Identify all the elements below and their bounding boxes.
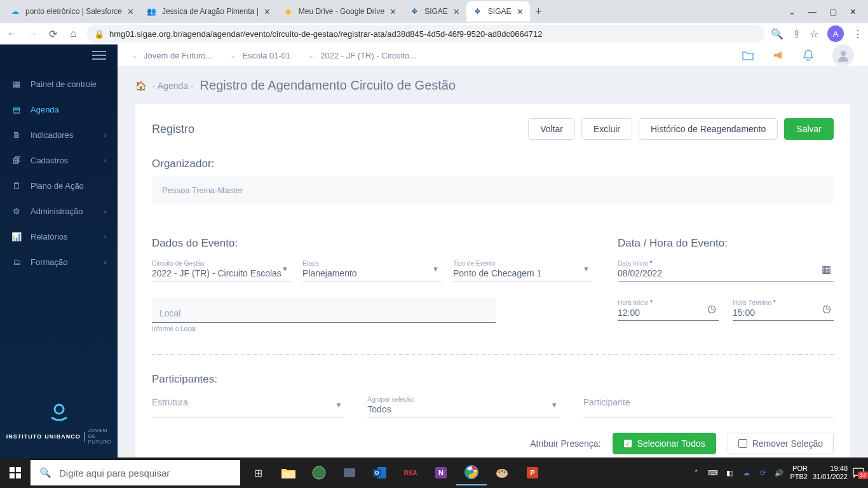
chevron-down-icon[interactable]: ⌄ bbox=[789, 7, 796, 17]
remover-selecao-button[interactable]: Remover Seleção bbox=[728, 433, 834, 454]
keyboard-icon[interactable]: ⌨ bbox=[707, 469, 719, 477]
historico-button[interactable]: Histórico de Reagendamento bbox=[639, 118, 778, 140]
home-icon[interactable]: 🏠 bbox=[135, 81, 146, 91]
tab-title: Jessica de Aragão Pimenta | bbox=[162, 7, 259, 16]
hora-termino-input[interactable]: Hora Término * 15:00 ◷ bbox=[733, 295, 834, 321]
new-tab-button[interactable]: + bbox=[530, 3, 548, 20]
rsa-icon[interactable]: RSA bbox=[395, 460, 426, 485]
svg-point-0 bbox=[55, 405, 64, 414]
tab-0[interactable]: ☁ ponto eletrônico | Salesforce ✕ bbox=[4, 1, 140, 22]
file-explorer-icon[interactable] bbox=[273, 460, 304, 485]
hora-inicio-input[interactable]: Hora Início * 12:00 ◷ bbox=[618, 295, 719, 321]
field-placeholder: Participante bbox=[583, 396, 834, 407]
etapa-select[interactable]: Etapa Planejamento ▼ bbox=[302, 256, 442, 281]
context-select-3[interactable]: ⌄2022 - JF (TR) - Circuito... bbox=[308, 51, 416, 60]
estrutura-select[interactable]: Estrutura ▼ bbox=[152, 392, 344, 417]
svg-point-21 bbox=[504, 471, 506, 473]
sync-icon[interactable]: ⟳ bbox=[757, 469, 768, 477]
card-title: Registro bbox=[152, 123, 194, 136]
context-select-1[interactable]: ⌄Jovem de Futuro... bbox=[132, 51, 212, 60]
star-icon[interactable]: ☆ bbox=[810, 28, 818, 40]
sidebar-item-indicadores[interactable]: 🗎Indicadores› bbox=[0, 122, 118, 147]
back-button[interactable]: ← bbox=[5, 27, 19, 41]
data-inicio-input[interactable]: Data Início * 08/02/2022 ▦ bbox=[618, 256, 834, 281]
close-icon[interactable]: ✕ bbox=[453, 7, 460, 17]
reload-button[interactable]: ⟳ bbox=[46, 27, 60, 41]
sidebar-item-plano[interactable]: 🗒Plano de Ação bbox=[0, 173, 118, 198]
tab-title: Meu Drive - Google Drive bbox=[299, 7, 384, 16]
selecionar-todos-button[interactable]: ✓ Selecionar Todos bbox=[613, 433, 716, 454]
onedrive-icon[interactable]: ☁ bbox=[740, 469, 752, 477]
context-select-2[interactable]: ⌄Escola 01-01 bbox=[230, 51, 290, 60]
menu-icon[interactable]: ⋮ bbox=[853, 28, 863, 40]
sidebar-item-painel[interactable]: ▦Painel de controle bbox=[0, 71, 118, 97]
taskbar-search[interactable]: 🔍 Digite aqui para pesquisar bbox=[31, 460, 240, 485]
dashboard-icon: ▦ bbox=[11, 79, 22, 89]
tray-up-icon[interactable]: ˄ bbox=[691, 469, 702, 477]
zoom-icon[interactable]: 🔍 bbox=[771, 28, 783, 40]
close-icon[interactable]: ✕ bbox=[517, 7, 524, 17]
field-value: Ponto de Checagem 1 bbox=[453, 267, 592, 278]
sidebar-item-relatorios[interactable]: 📊Relatórios› bbox=[0, 224, 118, 249]
share-icon[interactable]: ⇪ bbox=[792, 28, 801, 40]
tab-4[interactable]: ❖ SIGAE ✕ bbox=[466, 1, 530, 22]
local-input[interactable]: Local bbox=[152, 298, 496, 323]
sidebar: ▦Painel de controle ▤Agenda 🗎Indicadores… bbox=[0, 44, 118, 458]
task-view-icon[interactable]: ⊞ bbox=[243, 460, 273, 485]
svg-text:P: P bbox=[530, 469, 534, 477]
salvar-button[interactable]: Salvar bbox=[784, 118, 834, 140]
paint-icon[interactable] bbox=[487, 460, 517, 485]
folder-icon[interactable] bbox=[742, 50, 754, 60]
sidebar-item-label: Plano de Ação bbox=[31, 181, 84, 191]
app-globe-icon[interactable] bbox=[304, 460, 334, 485]
bell-icon[interactable] bbox=[803, 50, 813, 61]
tray-app-icon[interactable]: ◧ bbox=[724, 469, 735, 477]
tab-1[interactable]: 👥 Jessica de Aragão Pimenta | ✕ bbox=[140, 1, 277, 22]
forward-button[interactable]: → bbox=[25, 27, 39, 41]
megaphone-icon[interactable] bbox=[773, 50, 784, 60]
participante-input[interactable]: Participante bbox=[583, 392, 834, 417]
field-label: Tipo de Evento bbox=[453, 260, 592, 267]
chrome-icon[interactable] bbox=[456, 460, 487, 485]
chevron-down-icon: ⌄ bbox=[132, 51, 137, 60]
sidebar-item-label: Formação bbox=[31, 257, 68, 267]
app-box-icon[interactable] bbox=[334, 460, 365, 485]
field-label: Agrupar seleção bbox=[367, 396, 560, 403]
tipo-evento-select[interactable]: Tipo de Evento Ponto de Checagem 1 ▼ bbox=[453, 256, 592, 281]
sidebar-item-admin[interactable]: ⚙Administração› bbox=[0, 198, 118, 224]
close-icon[interactable]: ✕ bbox=[390, 7, 397, 17]
sidebar-item-agenda[interactable]: ▤Agenda bbox=[0, 97, 118, 122]
tab-3[interactable]: ❖ SIGAE ✕ bbox=[403, 1, 466, 22]
clock[interactable]: 19:48 31/01/2022 bbox=[813, 464, 848, 480]
tab-2[interactable]: ◆ Meu Drive - Google Drive ✕ bbox=[277, 1, 403, 22]
url-input[interactable]: 🔒 hmg01.sigae.org.br/agenda/agendar/even… bbox=[86, 25, 764, 43]
agrupar-select[interactable]: Agrupar seleção Todos ▼ bbox=[367, 392, 560, 417]
maximize-icon[interactable]: ▢ bbox=[829, 7, 837, 17]
outlook-icon[interactable]: O bbox=[365, 460, 395, 485]
tab-favicon-teams: 👥 bbox=[147, 6, 157, 17]
home-button[interactable]: ⌂ bbox=[66, 27, 80, 41]
svg-point-19 bbox=[499, 471, 501, 473]
user-avatar[interactable] bbox=[832, 44, 854, 66]
circuito-select[interactable]: Circuito de Gestão 2022 - JF (TR) - Circ… bbox=[152, 256, 291, 281]
profile-avatar[interactable]: A bbox=[827, 25, 844, 42]
chevron-down-icon: ▼ bbox=[583, 265, 590, 273]
powerpoint-icon[interactable]: P bbox=[517, 460, 548, 485]
field-label: Hora Início * bbox=[618, 299, 719, 306]
sidebar-item-formacao[interactable]: 🗂Formação› bbox=[0, 249, 118, 274]
language-indicator[interactable]: POR PTB2 bbox=[790, 464, 808, 480]
volume-icon[interactable]: 🔊 bbox=[773, 469, 785, 477]
svg-text:N: N bbox=[438, 469, 444, 477]
excluir-button[interactable]: Excluir bbox=[581, 118, 632, 140]
start-button[interactable] bbox=[0, 458, 31, 488]
sidebar-toggle[interactable] bbox=[0, 44, 118, 71]
notifications-icon[interactable]: 24 bbox=[853, 468, 864, 478]
sidebar-item-cadastros[interactable]: 🗐Cadastros› bbox=[0, 147, 118, 173]
minimize-icon[interactable]: — bbox=[808, 7, 817, 17]
voltar-button[interactable]: Voltar bbox=[528, 118, 575, 140]
onenote-icon[interactable]: N bbox=[426, 460, 456, 485]
close-window-icon[interactable]: ✕ bbox=[850, 7, 857, 17]
field-label: Data Início * bbox=[618, 260, 834, 267]
close-icon[interactable]: ✕ bbox=[264, 7, 271, 17]
close-icon[interactable]: ✕ bbox=[127, 7, 134, 17]
